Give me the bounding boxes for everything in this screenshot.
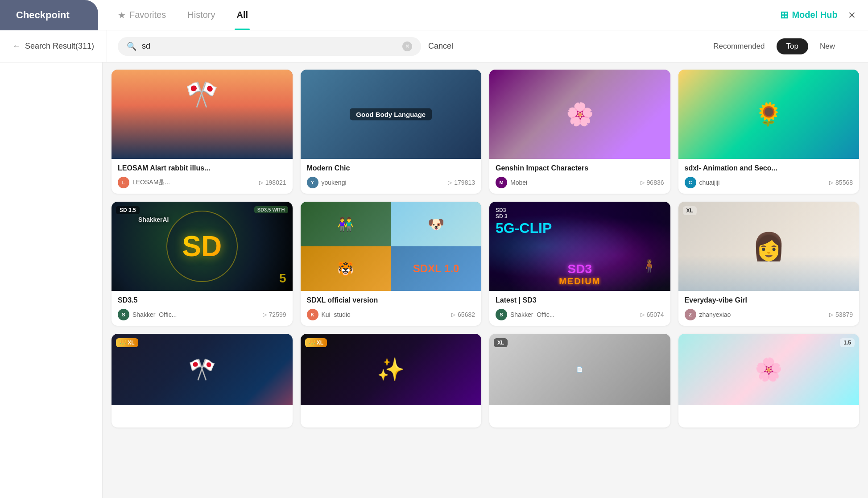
play-icon: ▷ xyxy=(451,311,455,318)
favorites-star-icon: ★ xyxy=(118,10,126,21)
play-icon: ▷ xyxy=(829,179,833,186)
results-area: 🎌 LEOSAM Alart rabbit illus... L LEOSAM是… xyxy=(103,62,868,498)
card-modern-chic-image: Good Body Language xyxy=(301,70,482,159)
card-sd35-title: SD3.5 xyxy=(118,296,286,304)
card-sdxl-anim-author: C chuaijiji xyxy=(685,177,720,188)
shakker-ai-label: ShakkerAI xyxy=(138,216,169,223)
card-sd35-plays: ▷ 72599 xyxy=(263,311,286,318)
card-modern-chic-title: Modern Chic xyxy=(307,164,475,172)
img-tiger: 🐯 xyxy=(301,246,391,291)
card-genshin-image: 🌸 xyxy=(489,70,670,159)
card-sdxl-anim-meta: C chuaijiji ▷ 85568 xyxy=(685,177,853,188)
tab-history[interactable]: History xyxy=(186,0,217,30)
search-icon: 🔍 xyxy=(127,42,136,51)
card-sd3-latest-title: Latest | SD3 xyxy=(496,296,664,304)
card-anime-xl-1-image: 👑 XL 🎌 xyxy=(112,334,293,405)
card-anime-xl-2[interactable]: 👑 XL ✨ xyxy=(301,334,482,427)
play-icon: ▷ xyxy=(448,179,452,186)
header-right: ⊞ Model Hub × xyxy=(780,9,868,21)
card-leosam-meta: L LEOSAM是... ▷ 198021 xyxy=(118,177,286,188)
close-button[interactable]: × xyxy=(848,9,856,21)
sdxl-text-overlay: SDXL 1.0 xyxy=(391,246,481,291)
card-anime-blue-image: 1.5 🌸 xyxy=(678,334,860,405)
card-sdxl-anim-title: sdxl- Animation and Seco... xyxy=(685,164,853,172)
card-sd3-latest[interactable]: SD3SD 3 5G-CLIP SD3 MEDIUM 🧍 Latest | SD… xyxy=(489,202,670,326)
anime-xl-2-visual: ✨ xyxy=(301,334,482,405)
card-sdxl-official-author: K Kui_studio xyxy=(307,309,351,320)
cancel-button[interactable]: Cancel xyxy=(428,42,453,51)
card-modern-chic-body: Modern Chic Y youkengi ▷ 179813 xyxy=(301,159,482,194)
sd35-version-text: 5 xyxy=(279,271,286,286)
card-grid-row2: SD 3.5 SD3.5 WITH SD 5 ShakkerAI SD3.5 S xyxy=(112,202,859,326)
checkpoint-tab[interactable]: Checkpoint xyxy=(0,0,98,30)
sub-header: ← Search Result(311) 🔍 ✕ Cancel Recommen… xyxy=(0,30,868,62)
filter-top[interactable]: Top xyxy=(777,38,808,54)
search-result-count: Search Result(311) xyxy=(25,42,94,51)
card-everyday-vibe-image: XL 👩 xyxy=(678,202,860,291)
checkpoint-label: Checkpoint xyxy=(16,9,70,21)
card-sdxl-anim-body: sdxl- Animation and Seco... C chuaijiji … xyxy=(678,159,860,194)
card-anime-xl-1[interactable]: 👑 XL 🎌 xyxy=(112,334,293,427)
filter-recommended[interactable]: Recommended xyxy=(703,38,774,54)
back-button[interactable]: ← Search Result(311) xyxy=(0,30,107,62)
anime-blue-visual: 🌸 xyxy=(678,334,860,405)
card-sdxl-anim-plays: ▷ 85568 xyxy=(829,179,853,186)
car-bg xyxy=(678,255,860,291)
model-hub-button[interactable]: ⊞ Model Hub xyxy=(780,9,837,21)
good-body-overlay: Good Body Language xyxy=(350,108,432,120)
card-modern-chic-avatar: Y xyxy=(307,177,318,188)
card-everyday-vibe-author: Z zhanyexiao xyxy=(685,309,731,320)
play-icon: ▷ xyxy=(263,311,267,318)
card-sdxl-official-meta: K Kui_studio ▷ 65682 xyxy=(307,309,475,320)
filter-tabs: Recommended Top New xyxy=(703,38,857,54)
card-anime-blue-title xyxy=(685,411,853,418)
card-anime-xl-2-image: 👑 XL ✨ xyxy=(301,334,482,405)
card-anime-xl-1-title xyxy=(118,411,286,418)
figure-silhouette: 🧍 xyxy=(641,258,657,273)
card-everyday-vibe-body: Everyday-vibe Girl Z zhanyexiao ▷ 53879 xyxy=(678,291,860,326)
filter-new[interactable]: New xyxy=(810,38,845,54)
card-leosam[interactable]: 🎌 LEOSAM Alart rabbit illus... L LEOSAM是… xyxy=(112,70,293,194)
card-sd35-author: S Shakker_Offic... xyxy=(118,309,177,320)
card-sd35-avatar: S xyxy=(118,309,129,320)
card-anime-blue-body xyxy=(678,405,860,427)
sd35-badge-right: SD3.5 WITH xyxy=(254,206,288,213)
card-sdxl-official-avatar: K xyxy=(307,309,318,320)
card-sdxl-anim-image: 🌻 xyxy=(678,70,860,159)
card-sdxl-official[interactable]: XL 👫 🐶 🐯 SDXL 1.0 SDXL official version … xyxy=(301,202,482,326)
card-grid-row1: 🎌 LEOSAM Alart rabbit illus... L LEOSAM是… xyxy=(112,70,859,194)
card-sd35-body: SD3.5 S Shakker_Offic... ▷ 72599 xyxy=(112,291,293,326)
card-sd35[interactable]: SD 3.5 SD3.5 WITH SD 5 ShakkerAI SD3.5 S xyxy=(112,202,293,326)
card-modern-chic[interactable]: Good Body Language Modern Chic Y youkeng… xyxy=(301,70,482,194)
sd35-badge-left: SD 3.5 xyxy=(116,206,140,214)
play-icon: ▷ xyxy=(641,311,645,318)
card-anime-xl-1-body xyxy=(112,405,293,427)
card-sd3-latest-plays: ▷ 65074 xyxy=(641,311,664,318)
search-input[interactable] xyxy=(142,42,397,51)
search-box: 🔍 ✕ xyxy=(118,37,421,56)
card-anime-blue[interactable]: 1.5 🌸 xyxy=(678,334,860,427)
card-anime-xl-2-title xyxy=(307,411,475,418)
card-sd3-latest-meta: S Shakker_Offic... ▷ 65074 xyxy=(496,309,664,320)
card-text-title xyxy=(496,411,664,418)
card-sdxl-anim[interactable]: 🌻 sdxl- Animation and Seco... C chuaijij… xyxy=(678,70,860,194)
card-sd3-latest-author: S Shakker_Offic... xyxy=(496,309,554,320)
card-modern-chic-plays: ▷ 179813 xyxy=(448,179,475,186)
card-text-body xyxy=(489,405,670,427)
card-everyday-vibe[interactable]: XL 👩 Everyday-vibe Girl Z zhanyexiao xyxy=(678,202,860,326)
card-leosam-plays: ▷ 198021 xyxy=(259,179,286,186)
card-sd3-latest-avatar: S xyxy=(496,309,507,320)
card-text[interactable]: XL 📄 xyxy=(489,334,670,427)
search-clear-button[interactable]: ✕ xyxy=(402,42,412,51)
card-genshin-body: Genshin Impact Characters M Mobei ▷ 9683… xyxy=(489,159,670,194)
tab-all[interactable]: All xyxy=(235,0,250,30)
sd3-medium-text: SD3 MEDIUM xyxy=(559,262,600,286)
card-genshin-author: M Mobei xyxy=(496,177,527,188)
play-icon: ▷ xyxy=(829,311,833,318)
tab-favorites[interactable]: ★ Favorites xyxy=(116,0,168,30)
text-card-visual: 📄 xyxy=(489,334,670,405)
play-icon: ▷ xyxy=(259,179,263,186)
card-everyday-vibe-title: Everyday-vibe Girl xyxy=(685,296,853,304)
card-leosam-author: L LEOSAM是... xyxy=(118,177,170,188)
card-genshin[interactable]: 🌸 Genshin Impact Characters M Mobei ▷ 96… xyxy=(489,70,670,194)
